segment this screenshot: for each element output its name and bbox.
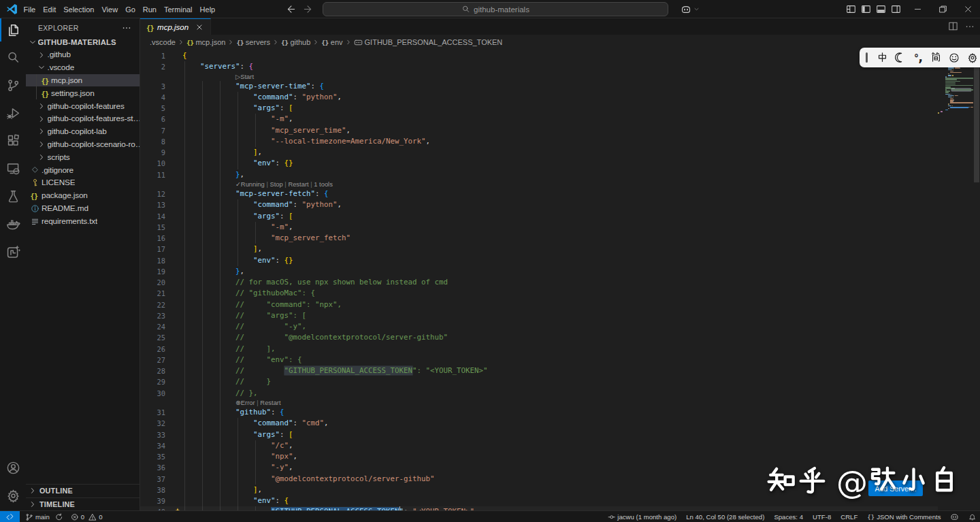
activitybar-search[interactable] [0, 45, 26, 71]
ime-mode-chinese[interactable] [873, 48, 892, 67]
activitybar-remote-explorer[interactable] [0, 156, 26, 182]
chevron-down-icon [37, 63, 46, 71]
command-center-search[interactable]: github-materials [323, 2, 668, 16]
breadcrumb-env[interactable]: {}env [321, 38, 342, 46]
timeline-section[interactable]: TIMELINE [26, 497, 140, 510]
tree-item-README.md[interactable]: README.md [26, 202, 140, 215]
toggle-secondary-sidebar-icon[interactable] [891, 4, 901, 14]
menu-terminal[interactable]: Terminal [161, 3, 197, 16]
breadcrumb-separator-icon [178, 39, 184, 46]
menu-run[interactable]: Run [139, 3, 160, 16]
activitybar-accounts[interactable] [0, 455, 26, 480]
activitybar-settings[interactable] [0, 483, 26, 508]
menu-selection[interactable]: Selection [60, 3, 98, 16]
nav-forward-icon[interactable] [303, 4, 313, 14]
codelens[interactable]: ▷Start [140, 73, 980, 81]
git-blame-status[interactable]: jacwu (1 month ago) [604, 511, 680, 522]
encoding-status[interactable]: UTF-8 [809, 511, 834, 522]
menu-go[interactable]: Go [122, 3, 140, 16]
codelens-link[interactable]: Restart [260, 399, 280, 406]
add-server-button[interactable]: Add Server... [868, 480, 923, 496]
tree-item-package.json[interactable]: {}package.json [26, 189, 140, 202]
ime-simplified[interactable] [928, 48, 946, 67]
activitybar-ai-tools[interactable] [0, 239, 26, 265]
menu-file[interactable]: File [20, 3, 39, 16]
tab-close-icon[interactable] [195, 23, 203, 31]
tree-item-github-copilot-lab[interactable]: github-copilot-lab [26, 125, 140, 138]
tree-item-requirements.txt[interactable]: requirements.txt [26, 214, 140, 227]
menu-bar: FileEditSelectionViewGoRunTerminalHelp [20, 0, 219, 18]
menu-view[interactable]: View [98, 3, 122, 16]
codelens-link[interactable]: ✓Running [235, 180, 265, 188]
line-number: 34 [140, 440, 165, 451]
ime-punctuation[interactable]: °, [909, 48, 928, 67]
indentation-status[interactable]: Spaces: 4 [770, 511, 806, 522]
branch-status[interactable]: main [22, 511, 66, 522]
code-editor[interactable]: 1{2 "servers": {▷Start3 "mcp-server-time… [140, 50, 980, 510]
more-actions-icon[interactable] [122, 23, 131, 33]
tree-item-.github[interactable]: .github [26, 48, 140, 61]
tree-item-.vscode[interactable]: .vscode [26, 61, 140, 74]
breadcrumb-mcp.json[interactable]: {}mcp.json [186, 38, 225, 46]
activitybar-explorer[interactable] [0, 17, 26, 43]
nav-back-icon[interactable] [286, 4, 296, 14]
chevron-down-icon [693, 6, 700, 12]
copilot-button[interactable] [681, 2, 700, 16]
problems-status[interactable]: 0 0 [67, 511, 105, 522]
activitybar-extensions[interactable] [0, 128, 26, 154]
tree-item-LICENSE[interactable]: LICENSE [26, 176, 140, 189]
copilot-status-icon[interactable] [950, 512, 959, 521]
scrollbar-thumb[interactable] [974, 65, 979, 182]
tree-root[interactable]: GITHUB-MATERIALS [26, 35, 140, 48]
tree-item-github-copilot-scenario-ro[interactable]: github-copilot-scenario-ro… [26, 138, 140, 151]
menu-edit[interactable]: Edit [39, 3, 60, 16]
tree-item-scripts[interactable]: scripts [26, 150, 140, 163]
restore-button[interactable] [930, 0, 956, 18]
activitybar-docker[interactable] [0, 211, 26, 237]
editor-more-actions-icon[interactable] [965, 22, 975, 31]
line-number: 10 [140, 158, 165, 169]
tree-item-mcp.json[interactable]: {}mcp.json [26, 74, 140, 87]
close-button[interactable] [956, 0, 980, 18]
codelens-link[interactable]: Restart [288, 180, 308, 188]
codelens-link[interactable]: 1 tools [314, 180, 333, 188]
ime-ime-settings[interactable] [964, 48, 980, 67]
tree-item-github-copilot-features-st[interactable]: github-copilot-features-st… [26, 112, 140, 125]
outline-section[interactable]: OUTLINE [26, 484, 140, 497]
codelens-link[interactable]: Stop [270, 180, 282, 188]
breadcrumb-GITHUB_PERSONAL_ACCESS_TOKEN[interactable]: GITHUB_PERSONAL_ACCESS_TOKEN [354, 38, 503, 47]
menu-help[interactable]: Help [196, 3, 219, 16]
remote-indicator[interactable] [0, 511, 20, 522]
line-number: 19 [140, 266, 165, 277]
bell-icon[interactable] [968, 513, 977, 521]
tree-item-github-copilot-features[interactable]: github-copilot-features [26, 99, 140, 112]
breadcrumb-github[interactable]: {}github [281, 38, 310, 46]
codelens-link[interactable]: ▷Start [235, 73, 254, 80]
tab-mcp-json[interactable]: {} mcp.json [140, 18, 211, 35]
codelens-link[interactable]: ⊗Error [235, 399, 255, 406]
tree-item-settings.json[interactable]: {}settings.json [26, 86, 140, 99]
eol-status[interactable]: CRLF [837, 511, 861, 522]
ime-emoji[interactable] [945, 48, 964, 67]
breadcrumb-.vscode[interactable]: .vscode [150, 38, 176, 46]
minimize-button[interactable] [905, 0, 930, 18]
ime-drag-handle[interactable] [866, 52, 868, 63]
window-controls [905, 0, 980, 18]
split-editor-icon[interactable] [948, 21, 958, 31]
codelens[interactable]: ✓Running | Stop | Restart | 1 tools [140, 180, 980, 189]
codelens[interactable]: ⊗Error | Restart [140, 399, 980, 407]
ime-width-full-half[interactable] [892, 48, 910, 67]
activitybar-testing[interactable] [0, 183, 26, 209]
breadcrumb-servers[interactable]: {}servers [236, 38, 270, 46]
activitybar-source-control[interactable] [0, 72, 26, 98]
customize-layout-icon[interactable] [846, 4, 856, 14]
cursor-position-status[interactable]: Ln 40, Col 50 (28 selected) [683, 511, 768, 522]
minimap[interactable] [938, 50, 973, 510]
line-number: 17 [140, 244, 165, 255]
language-mode-status[interactable]: {} JSON with Comments [864, 511, 944, 522]
ime-toolbar[interactable]: °, [860, 48, 980, 67]
activitybar-run-and-debug[interactable] [0, 100, 26, 126]
tree-item-.gitignore[interactable]: .gitignore [26, 163, 140, 176]
toggle-primary-sidebar-icon[interactable] [861, 4, 871, 14]
toggle-panel-icon[interactable] [876, 4, 886, 14]
